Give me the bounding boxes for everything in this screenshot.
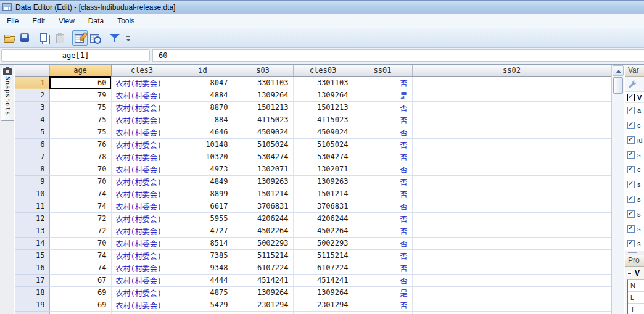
cell-cles03-15[interactable]: 5115214: [293, 249, 353, 262]
cell-ss02-5[interactable]: [412, 126, 611, 138]
row-number[interactable]: 17: [15, 274, 49, 286]
cell-cles3-2[interactable]: 农村(村委会): [111, 89, 173, 101]
cell-ss01-11[interactable]: 否: [353, 200, 412, 212]
variable-item[interactable]: s: [625, 236, 644, 251]
cell-age-16[interactable]: 74: [49, 262, 111, 274]
cell-cles3-8[interactable]: 农村(村委会): [111, 163, 173, 175]
cell-ss01-5[interactable]: 否: [353, 126, 412, 138]
cell-age-13[interactable]: 72: [49, 225, 111, 237]
cell-ss01-6[interactable]: 否: [353, 138, 412, 151]
row-number[interactable]: 1: [15, 76, 49, 89]
scroll-up-icon[interactable]: [613, 65, 624, 76]
checkbox-icon[interactable]: [627, 240, 635, 247]
variable-item[interactable]: s: [625, 207, 644, 221]
cell-id-6[interactable]: 10148: [173, 138, 233, 151]
cell-cles3-1[interactable]: 农村(村委会): [111, 76, 173, 89]
checkbox-icon[interactable]: [627, 122, 635, 129]
cell-age-1[interactable]: 60: [49, 76, 111, 89]
cell-cles3-14[interactable]: 农村(村委会): [111, 237, 173, 249]
cell-ss02-4[interactable]: [412, 114, 611, 126]
column-header-age[interactable]: age: [49, 65, 111, 76]
variables-list-header[interactable]: V: [625, 92, 644, 103]
row-number[interactable]: 13: [15, 225, 49, 237]
row-number[interactable]: 18: [15, 286, 49, 299]
cell-cles3-10[interactable]: 农村(村委会): [111, 188, 173, 200]
cell-ss02-16[interactable]: [412, 262, 611, 274]
row-number[interactable]: 8: [15, 163, 49, 175]
cell-cles03-16[interactable]: 6107224: [293, 262, 353, 274]
cell-ss02-14[interactable]: [412, 237, 611, 249]
edit-mode-button[interactable]: [72, 30, 88, 46]
cell-ss02-18[interactable]: [412, 286, 611, 299]
variable-item[interactable]: id: [625, 133, 644, 147]
cell-age-6[interactable]: 76: [49, 138, 111, 151]
cell-s03-7[interactable]: 5304274: [233, 151, 293, 163]
checkbox-icon[interactable]: [627, 151, 635, 159]
cell-cles03-14[interactable]: 5002293: [293, 237, 353, 249]
cell-cles3-12[interactable]: 农村(村委会): [111, 212, 173, 225]
cell-ss02-13[interactable]: [412, 225, 611, 237]
cell-s03-1[interactable]: 3301103: [233, 76, 293, 89]
cell-id-11[interactable]: 6617: [173, 200, 233, 212]
cell-cles03-18[interactable]: 1309264: [293, 286, 353, 299]
save-button[interactable]: [17, 30, 33, 46]
cell-id-7[interactable]: 10320: [173, 151, 233, 163]
cell-ss01-18[interactable]: 是: [353, 286, 412, 299]
checkbox-icon[interactable]: [627, 107, 635, 114]
cell-ss02-3[interactable]: [412, 101, 611, 114]
cell-cles3-3[interactable]: 农村(村委会): [111, 101, 173, 114]
checkbox-icon[interactable]: [627, 225, 635, 233]
cell-age-3[interactable]: 75: [49, 101, 111, 114]
cell-ss01-10[interactable]: 否: [353, 188, 412, 200]
cell-id-16[interactable]: 9348: [173, 262, 233, 274]
checkbox-icon[interactable]: [627, 196, 635, 203]
cell-age-2[interactable]: 79: [49, 89, 111, 101]
cell-ss02-17[interactable]: [412, 274, 611, 286]
cell-ss02-12[interactable]: [412, 212, 611, 225]
cell-s03-8[interactable]: 1302071: [233, 163, 293, 175]
cell-cles03-8[interactable]: 1302071: [293, 163, 353, 175]
cell-cles3-17[interactable]: 农村(村委会): [111, 274, 173, 286]
cell-age-10[interactable]: 74: [49, 188, 111, 200]
row-number[interactable]: 5: [15, 126, 49, 138]
scrollbar-thumb[interactable]: [613, 77, 623, 94]
cell-s03-12[interactable]: 4206244: [233, 212, 293, 225]
cell-ss02-19[interactable]: [412, 299, 611, 311]
cell-cles3-5[interactable]: 农村(村委会): [111, 126, 173, 138]
cell-s03-18[interactable]: 1309264: [233, 286, 293, 299]
cell-id-18[interactable]: 4875: [173, 286, 233, 299]
cell-s03-4[interactable]: 4115023: [233, 114, 293, 126]
cell-age-11[interactable]: 74: [49, 200, 111, 212]
cell-age-17[interactable]: 67: [49, 274, 111, 286]
variable-item[interactable]: s: [625, 147, 644, 162]
collapse-icon[interactable]: [627, 271, 632, 276]
cell-ss01-13[interactable]: 否: [353, 225, 412, 237]
cell-age-12[interactable]: 72: [49, 212, 111, 225]
column-header-ss01[interactable]: ss01: [353, 65, 412, 76]
cell-id-5[interactable]: 4646: [173, 126, 233, 138]
cell-s03-9[interactable]: 1309263: [233, 175, 293, 188]
cell-ss02-7[interactable]: [412, 151, 611, 163]
cell-ss01-12[interactable]: 否: [353, 212, 412, 225]
cell-ss02-15[interactable]: [412, 249, 611, 262]
filter-button[interactable]: [107, 30, 123, 46]
properties-panel-header[interactable]: Pro: [625, 255, 644, 267]
row-number[interactable]: 4: [15, 114, 49, 126]
select-all-checkbox-icon[interactable]: [627, 94, 635, 101]
browse-mode-button[interactable]: [88, 30, 103, 46]
cell-ss02-1[interactable]: [412, 76, 611, 89]
menu-tools[interactable]: Tools: [110, 15, 141, 27]
cell-cles3-19[interactable]: 农村(村委会): [111, 299, 173, 311]
cell-cles03-7[interactable]: 5304274: [293, 151, 353, 163]
cell-ss01-3[interactable]: 否: [353, 101, 412, 114]
cell-ss01-2[interactable]: 是: [353, 89, 412, 101]
cell-ss01-1[interactable]: 否: [353, 76, 412, 89]
cell-s03-13[interactable]: 4502264: [233, 225, 293, 237]
wrench-icon[interactable]: [628, 80, 637, 89]
menu-edit[interactable]: Edit: [25, 15, 52, 27]
cell-id-15[interactable]: 7385: [173, 249, 233, 262]
row-number[interactable]: 12: [15, 212, 49, 225]
cell-age-8[interactable]: 70: [49, 163, 111, 175]
cell-s03-11[interactable]: 3706831: [233, 200, 293, 212]
cell-cles03-2[interactable]: 1309264: [293, 89, 353, 101]
